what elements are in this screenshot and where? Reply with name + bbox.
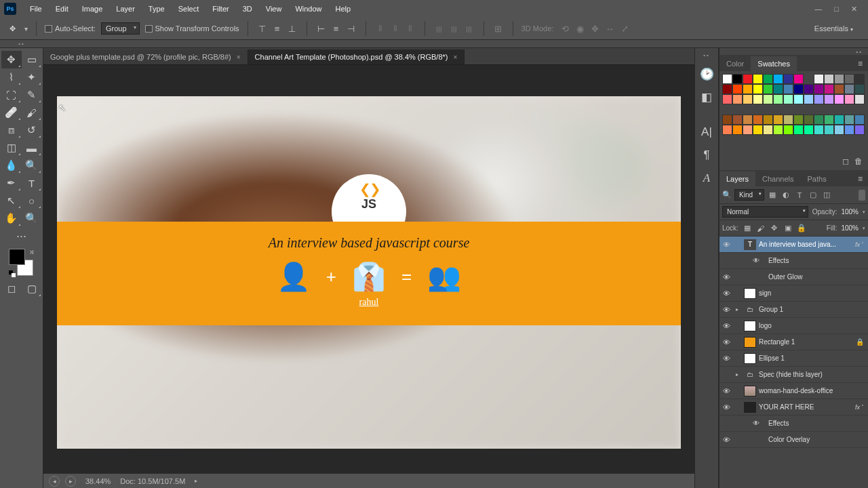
zoom-tool[interactable]: 🔍 <box>22 209 42 227</box>
swatch[interactable] <box>854 115 865 125</box>
filter-adjust-icon[interactable]: ◐ <box>781 190 791 201</box>
distribute-hcenter-icon[interactable]: ⫼ <box>448 22 460 35</box>
swatch[interactable] <box>743 94 753 104</box>
swatch[interactable] <box>844 115 854 125</box>
swatch[interactable] <box>804 125 814 135</box>
swatch[interactable] <box>783 74 793 84</box>
properties-panel-icon[interactable]: ◧ <box>698 87 715 107</box>
swatch[interactable] <box>824 74 834 84</box>
close-tab-icon[interactable]: × <box>237 54 241 61</box>
hand-tool[interactable]: ✋ <box>1 209 22 227</box>
menu-file[interactable]: File <box>23 2 49 16</box>
swatch[interactable] <box>854 125 865 135</box>
swatch[interactable] <box>793 115 804 125</box>
filter-smart-icon[interactable]: ◫ <box>821 190 832 201</box>
filter-toggle[interactable] <box>859 190 865 201</box>
history-brush-tool[interactable]: ↺ <box>22 121 42 139</box>
swatch[interactable] <box>763 74 773 84</box>
swatch[interactable] <box>834 84 844 94</box>
swatch[interactable] <box>753 74 763 84</box>
swatch[interactable] <box>824 125 834 135</box>
swatch[interactable] <box>793 94 804 104</box>
swatch[interactable] <box>844 84 854 94</box>
next-frame-icon[interactable]: ▸ <box>65 476 76 487</box>
document-tab-1[interactable]: Google plus template.psd @ 72% (profile … <box>43 49 248 64</box>
filter-type-icon[interactable]: T <box>794 190 805 201</box>
swatch[interactable] <box>804 115 814 125</box>
close-icon[interactable]: ✕ <box>851 5 857 14</box>
type-tool[interactable]: T <box>22 174 42 192</box>
swatch[interactable] <box>763 125 773 135</box>
swatch[interactable] <box>834 74 844 84</box>
edit-toolbar[interactable]: ⋯ <box>12 227 32 245</box>
layers-tab[interactable]: Layers <box>719 171 755 186</box>
eraser-tool[interactable]: ◫ <box>1 139 22 157</box>
path-select-tool[interactable]: ↖ <box>1 192 22 209</box>
eyedropper-tool[interactable]: ✎ <box>22 86 42 104</box>
filter-shape-icon[interactable]: ▢ <box>808 190 818 201</box>
swatch[interactable] <box>763 115 773 125</box>
auto-select-checkbox[interactable]: Auto-Select: <box>45 24 96 33</box>
swatch[interactable] <box>854 84 865 94</box>
swatch[interactable] <box>824 115 834 125</box>
lasso-tool[interactable]: ⌇ <box>1 68 22 86</box>
menu-3d[interactable]: 3D <box>236 2 259 16</box>
filter-kind-dropdown[interactable]: Kind <box>734 189 764 201</box>
swatch[interactable] <box>814 84 824 94</box>
swatch[interactable] <box>722 84 732 94</box>
brush-tool[interactable]: 🖌 <box>22 104 42 121</box>
swatch[interactable] <box>854 74 865 84</box>
color-tab[interactable]: Color <box>719 56 751 71</box>
roll-3d-icon[interactable]: ◉ <box>574 22 586 35</box>
swatch[interactable] <box>732 94 743 104</box>
gradient-tool[interactable]: ▬ <box>22 139 42 157</box>
move-tool[interactable]: ✥ <box>1 51 22 68</box>
filter-pixel-icon[interactable]: ▦ <box>767 190 778 201</box>
swatch[interactable] <box>732 115 743 125</box>
swatch[interactable] <box>783 115 793 125</box>
swatch[interactable] <box>834 94 844 104</box>
align-bottom-icon[interactable]: ⊥ <box>286 22 298 35</box>
search-icon[interactable]: 🔍 <box>722 190 732 199</box>
workspace-switcher[interactable]: Essentials ▾ <box>805 22 863 35</box>
zoom-level[interactable]: 38.44% <box>85 477 111 485</box>
menu-edit[interactable]: Edit <box>49 2 75 16</box>
swatch[interactable] <box>824 84 834 94</box>
lock-position-icon[interactable]: ✥ <box>770 224 779 233</box>
swatch[interactable] <box>773 84 783 94</box>
distribute-top-icon[interactable]: ⫴ <box>374 22 387 35</box>
color-picker[interactable]: ⤭ <box>9 249 35 277</box>
history-panel-icon[interactable]: 🕑 <box>698 64 715 84</box>
swatch[interactable] <box>814 94 824 104</box>
layer-row[interactable]: 👁Effects <box>719 253 868 269</box>
status-chevron-icon[interactable]: ▸ <box>195 478 197 484</box>
menu-help[interactable]: Help <box>329 2 358 16</box>
swatch[interactable] <box>793 84 804 94</box>
menu-filter[interactable]: Filter <box>205 2 235 16</box>
swatch[interactable] <box>763 84 773 94</box>
lock-all-icon[interactable]: 🔒 <box>797 224 806 233</box>
swatches-tab[interactable]: Swatches <box>751 56 797 71</box>
new-swatch-icon[interactable]: ◻ <box>842 157 849 166</box>
layer-row[interactable]: ▸🗀Spec (hide this layer) <box>719 367 868 383</box>
panel-menu-icon[interactable]: ≡ <box>852 171 868 186</box>
layer-row[interactable]: 👁Rectangle 1🔒 <box>719 334 868 350</box>
distribute-right-icon[interactable]: ⫼ <box>463 22 475 35</box>
auto-align-icon[interactable]: ⊞ <box>492 22 505 35</box>
swatch[interactable] <box>773 94 783 104</box>
swap-colors-icon[interactable]: ⤭ <box>29 249 35 256</box>
align-left-icon[interactable]: ⊢ <box>315 22 328 35</box>
show-transform-checkbox[interactable]: Show Transform Controls <box>145 24 239 33</box>
quick-mask-tool[interactable]: ◻ <box>1 280 22 298</box>
swatch[interactable] <box>814 115 824 125</box>
menu-layer[interactable]: Layer <box>109 2 142 16</box>
marquee-tool[interactable]: ▭ <box>22 51 42 68</box>
swatch[interactable] <box>814 74 824 84</box>
current-tool-icon[interactable]: ✥ <box>5 22 19 35</box>
swatch[interactable] <box>732 84 743 94</box>
paths-tab[interactable]: Paths <box>801 171 833 186</box>
swatch[interactable] <box>814 125 824 135</box>
document-tab-2[interactable]: Channel Art Template (Photoshop).psd @ 3… <box>248 49 465 64</box>
swatch[interactable] <box>844 74 854 84</box>
blend-mode-dropdown[interactable]: Normal <box>722 206 808 218</box>
